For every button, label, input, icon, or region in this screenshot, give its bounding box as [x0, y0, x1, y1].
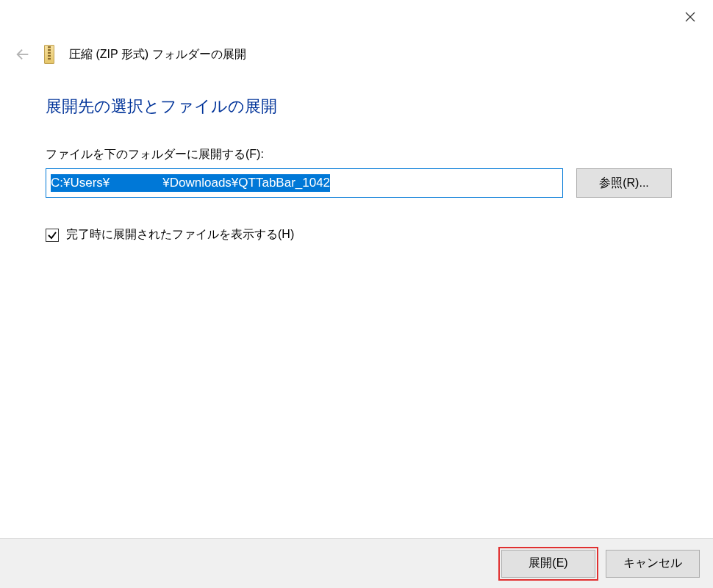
show-files-checkbox[interactable]: [46, 229, 59, 242]
browse-button[interactable]: 参照(R)...: [576, 168, 672, 198]
wizard-title: 圧縮 (ZIP 形式) フォルダーの展開: [69, 47, 246, 62]
cancel-button[interactable]: キャンセル: [606, 550, 700, 578]
path-prefix: C:¥Users¥: [51, 174, 110, 192]
extract-button-label: 展開(E): [529, 556, 567, 571]
browse-button-label: 参照(R)...: [599, 176, 649, 191]
wizard-header: 圧縮 (ZIP 形式) フォルダーの展開: [13, 44, 698, 65]
section-heading: 展開先の選択とファイルの展開: [46, 96, 672, 118]
back-button: [13, 45, 32, 64]
cancel-button-label: キャンセル: [623, 556, 682, 571]
destination-row: C:¥Users¥¥Downloads¥QTTabBar_1042 参照(R).…: [46, 168, 672, 198]
destination-input-selection: C:¥Users¥¥Downloads¥QTTabBar_1042: [51, 174, 330, 192]
zip-folder-icon: [44, 44, 60, 65]
destination-label: ファイルを下のフォルダーに展開する(F):: [46, 147, 672, 162]
footer-bar: 展開(E) キャンセル: [0, 538, 713, 588]
back-arrow-icon: [15, 46, 31, 62]
show-files-checkbox-label: 完了時に展開されたファイルを表示する(H): [66, 227, 294, 243]
destination-input[interactable]: C:¥Users¥¥Downloads¥QTTabBar_1042: [46, 168, 563, 198]
content-area: 展開先の選択とファイルの展開 ファイルを下のフォルダーに展開する(F): C:¥…: [46, 96, 672, 243]
close-icon: [685, 12, 695, 22]
path-suffix: ¥Downloads¥QTTabBar_1042: [162, 174, 330, 192]
checkmark-icon: [47, 230, 57, 240]
show-files-checkbox-row: 完了時に展開されたファイルを表示する(H): [46, 227, 672, 243]
extract-button[interactable]: 展開(E): [501, 550, 595, 578]
close-button[interactable]: [681, 7, 700, 26]
